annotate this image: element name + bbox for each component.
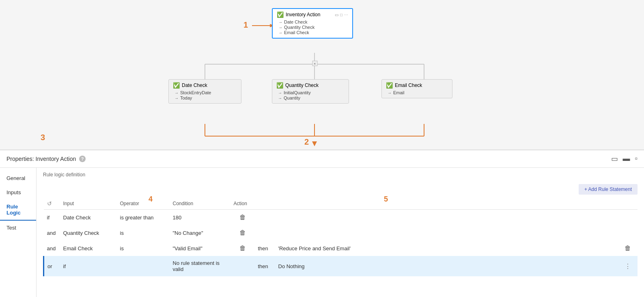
check-icon: ✅ bbox=[277, 11, 284, 18]
info-icon[interactable]: ? bbox=[79, 156, 86, 162]
row-connector: or bbox=[44, 256, 60, 276]
annotation-4: 4 bbox=[149, 195, 153, 204]
panel-control-2[interactable]: ▬ bbox=[623, 154, 630, 163]
table-row: and Quantity Check is "No Change" 🗑 bbox=[44, 225, 638, 241]
add-rule-statement-button[interactable]: + Add Rule Statement bbox=[579, 184, 638, 195]
table-row: if Date Check is greater than 180 🗑 bbox=[44, 210, 638, 225]
row-action bbox=[230, 256, 255, 276]
row-input-prefix: if bbox=[60, 256, 117, 276]
row-result: 'Reduce Price and Send Email' bbox=[275, 241, 622, 256]
col-input: Input bbox=[60, 198, 117, 210]
properties-panel: Properties: Inventory Action ? ▭ ▬ ▫ Gen… bbox=[0, 150, 644, 297]
node-items: →StockEntryDate →Today bbox=[173, 90, 237, 100]
svg-marker-10 bbox=[312, 141, 317, 146]
inventory-action-node[interactable]: ✅ Inventory Action ▭ □ ⋯ →Date Check →Qu… bbox=[272, 8, 353, 39]
row-connector: and bbox=[44, 241, 60, 256]
node-name-label: Inventory Action bbox=[36, 156, 76, 162]
sidebar-nav: General Inputs Rule Logic Test bbox=[0, 168, 37, 297]
node-items: →Email bbox=[386, 90, 448, 95]
panel-header: Properties: Inventory Action ? ▭ ▬ ▫ bbox=[0, 150, 644, 168]
node-items: →Date Check →Quantity Check →Email Check bbox=[277, 20, 348, 35]
table-row: and Email Check is "Valid Email" 🗑 then … bbox=[44, 241, 638, 256]
col-action: Action bbox=[230, 198, 255, 210]
panel-control-1[interactable]: ▭ bbox=[611, 154, 618, 163]
check-icon: ✅ bbox=[173, 82, 180, 89]
delete-icon[interactable]: 🗑 bbox=[239, 229, 246, 236]
check-icon: ✅ bbox=[276, 82, 283, 89]
panel-control-3[interactable]: ▫ bbox=[635, 154, 638, 163]
annotation-5: 5 bbox=[384, 195, 388, 204]
annotation-3: 3 bbox=[41, 133, 45, 142]
delete-icon[interactable]: 🗑 bbox=[625, 245, 631, 251]
minimize-icon[interactable]: ▭ bbox=[335, 13, 338, 17]
svg-rect-11 bbox=[312, 61, 317, 66]
main-content: Rule logic definition + Add Rule Stateme… bbox=[37, 168, 644, 297]
panel-title: Properties: Inventory Action bbox=[6, 156, 76, 162]
row-action[interactable]: 🗑 bbox=[230, 241, 255, 256]
email-check-node[interactable]: ✅ Email Check →Email bbox=[381, 79, 452, 98]
row-input: Quantity Check bbox=[60, 225, 117, 241]
row-action[interactable]: 🗑 bbox=[230, 210, 255, 225]
row-operator: is bbox=[117, 225, 170, 241]
row-action[interactable]: 🗑 bbox=[230, 225, 255, 241]
more-options-icon[interactable]: ⋮ bbox=[625, 263, 631, 270]
col-sort: ↺ bbox=[44, 198, 60, 210]
nav-rule-logic[interactable]: Rule Logic bbox=[0, 199, 36, 221]
row-operator: is greater than bbox=[117, 210, 170, 225]
row-then: then bbox=[255, 256, 275, 276]
col-condition: Condition bbox=[170, 198, 230, 210]
row-input: Date Check bbox=[60, 210, 117, 225]
svg-text:×: × bbox=[314, 62, 316, 66]
rule-table: ↺ Input Operator Condition Action if D bbox=[43, 198, 638, 276]
nav-test[interactable]: Test bbox=[0, 221, 36, 235]
section-label: Rule logic definition bbox=[43, 172, 638, 178]
date-check-node[interactable]: ✅ Date Check →StockEntryDate →Today bbox=[168, 79, 241, 104]
panel-controls[interactable]: ▭ ▬ ▫ bbox=[611, 154, 638, 163]
annotation-2: 2 bbox=[304, 137, 309, 147]
delete-icon[interactable]: 🗑 bbox=[239, 245, 246, 251]
properties-label: Properties: bbox=[6, 156, 34, 162]
panel-body: General Inputs Rule Logic Test Rule logi… bbox=[0, 168, 644, 297]
sort-icon[interactable]: ↺ bbox=[47, 200, 52, 207]
col-operator: Operator bbox=[117, 198, 170, 210]
quantity-check-node[interactable]: ✅ Quantity Check →InitialQuantity →Quant… bbox=[272, 79, 349, 104]
table-row-highlighted: or if No rule statement is valid then Do… bbox=[44, 256, 638, 276]
delete-icon[interactable]: 🗑 bbox=[239, 214, 246, 221]
row-input: Email Check bbox=[60, 241, 117, 256]
nav-inputs[interactable]: Inputs bbox=[0, 185, 36, 199]
more-icon[interactable]: ⋯ bbox=[344, 13, 348, 17]
row-condition: 180 bbox=[170, 210, 230, 225]
node-title: Date Check bbox=[182, 82, 207, 88]
row-condition: "Valid Email" bbox=[170, 241, 230, 256]
annotation-1: 1 bbox=[243, 20, 276, 30]
row-then: then bbox=[255, 241, 275, 256]
row-result: Do Nothing bbox=[275, 256, 622, 276]
row-operator bbox=[117, 256, 170, 276]
row-operator: is bbox=[117, 241, 170, 256]
row-connector: if bbox=[44, 210, 60, 225]
row-condition: "No Change" bbox=[170, 225, 230, 241]
maximize-icon[interactable]: □ bbox=[340, 13, 342, 17]
row-condition: No rule statement is valid bbox=[170, 256, 230, 276]
node-title: Email Check bbox=[395, 82, 422, 88]
row-connector: and bbox=[44, 225, 60, 241]
node-title: Quantity Check bbox=[285, 82, 319, 88]
diagram-canvas[interactable]: × 1 ✅ Inventory Action ▭ □ ⋯ →Date Check… bbox=[0, 0, 644, 150]
check-icon: ✅ bbox=[386, 82, 393, 89]
node-controls[interactable]: ▭ □ ⋯ bbox=[335, 13, 348, 17]
nav-general[interactable]: General bbox=[0, 171, 36, 185]
node-items: →InitialQuantity →Quantity bbox=[276, 90, 345, 100]
node-title: Inventory Action bbox=[286, 12, 320, 17]
